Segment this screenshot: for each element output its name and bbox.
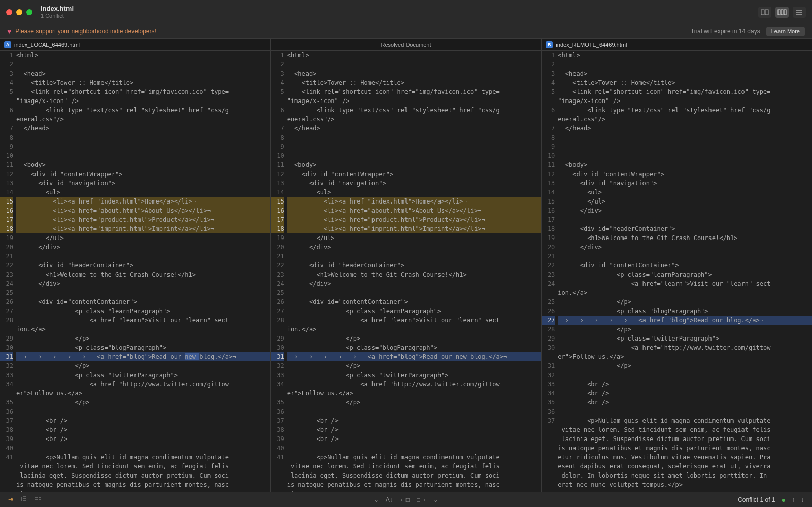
view-three-way-button[interactable] [775,7,789,18]
svg-rect-3 [781,10,783,15]
pane-center-label: Resolved Document [381,42,431,48]
trial-text: Trial will expire in 14 days [691,28,760,35]
prev-conflict-button[interactable]: ↑ [792,496,795,503]
svg-rect-4 [784,10,786,15]
toggle-wrap-button[interactable] [35,496,42,503]
accept-right-button[interactable]: □→ [417,496,426,503]
pane-left-label: index_LOCAL_64469.html [14,42,80,48]
badge-a-icon: A [4,41,11,48]
view-single-button[interactable] [758,7,771,18]
accept-left-button[interactable]: ←□ [400,496,410,503]
title-block: index.html 1 Conflict [41,5,74,19]
window-controls [6,9,32,15]
titlebar: index.html 1 Conflict [0,0,812,24]
maximize-window-button[interactable] [26,9,32,15]
minimize-window-button[interactable] [16,9,22,15]
banner-text: Please support your neighborhood indie d… [15,28,156,35]
nav-down-button[interactable]: ⌄ [374,496,379,503]
check-icon: ● [782,496,786,504]
close-window-button[interactable] [6,9,12,15]
pane-headers: A index_LOCAL_64469.html Resolved Docume… [0,39,812,51]
banner: ♥ Please support your neighborhood indie… [0,24,812,39]
heart-icon: ♥ [7,27,11,36]
window-title: index.html [41,5,74,13]
pane-header-center: Resolved Document [271,39,542,50]
editor-pane-right[interactable]: 1234567891011121314151617181920212223242… [542,51,812,492]
editor-pane-left[interactable]: 1234567891011121314151617181920212223242… [0,51,271,492]
editor-pane-center[interactable]: 1234567891011121314151617181920212223242… [271,51,542,492]
window-subtitle: 1 Conflict [41,13,74,19]
editor-area: 1234567891011121314151617181920212223242… [0,51,812,492]
footer: ⇥ ⌄ A↓ ←□ □→ ⌄ Conflict 1 of 1 ● ↑ ↓ [0,492,812,507]
pane-right-label: index_REMOTE_64469.html [556,42,627,48]
nav-next-button[interactable]: ⌄ [433,496,438,503]
conflict-status: Conflict 1 of 1 [738,496,775,503]
next-conflict-button[interactable]: ↓ [801,496,804,503]
svg-rect-1 [765,10,768,15]
toggle-whitespace-button[interactable]: ⇥ [8,496,13,503]
learn-more-button[interactable]: Learn More [766,27,805,36]
toggle-indent-button[interactable] [20,496,27,503]
svg-rect-0 [761,10,764,15]
pane-header-right: B index_REMOTE_64469.html [542,39,812,50]
svg-rect-2 [778,10,780,15]
view-list-button[interactable] [793,7,806,18]
accept-a-button[interactable]: A↓ [386,496,393,503]
pane-header-left: A index_LOCAL_64469.html [0,39,271,50]
badge-b-icon: B [546,41,553,48]
